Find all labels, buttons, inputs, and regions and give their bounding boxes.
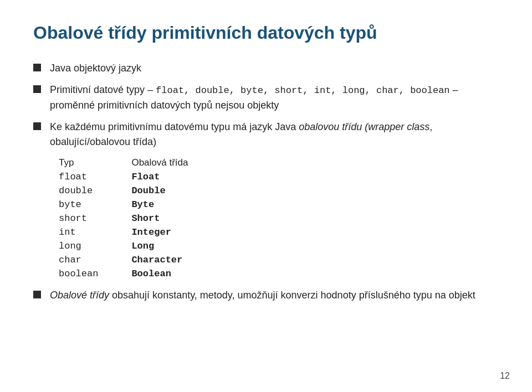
table-row: shortShort [59, 212, 221, 226]
table-cell-type: long [59, 240, 131, 254]
slide-container: Obalové třídy primitivních datových typů… [0, 0, 532, 392]
table-cell-wrapper: Short [131, 212, 221, 226]
table-cell-type: char [59, 254, 131, 267]
table-row: intInteger [59, 226, 221, 240]
table-cell-wrapper: Float [131, 171, 221, 184]
wrapper-table-container: Typ Obalová třída floatFloatdoubleDouble… [59, 156, 499, 281]
last-bullet-italic: Obalové třídy [50, 290, 109, 301]
table-cell-type: float [59, 171, 131, 184]
bullet-item-1: Java objektový jazyk [33, 61, 499, 76]
last-bullet-list: Obalové třídy obsahují konstanty, metody… [33, 288, 499, 303]
table-header-row: Typ Obalová třída [59, 156, 221, 171]
bullet-3-prefix: Ke každému primitivnímu datovému typu má… [50, 121, 299, 132]
slide-title: Obalové třídy primitivních datových typů [33, 22, 499, 43]
last-bullet-suffix: obsahují konstanty, metody, umožňují kon… [109, 290, 475, 301]
table-cell-wrapper: Long [131, 240, 221, 254]
bullet-3-italic: obalovou třídu (wrapper class [299, 121, 429, 132]
table-row: charCharacter [59, 254, 221, 267]
table-cell-type: double [59, 184, 131, 198]
table-cell-wrapper: Character [131, 254, 221, 267]
table-cell-wrapper: Integer [131, 226, 221, 240]
table-cell-type: short [59, 212, 131, 226]
type-table: Typ Obalová třída floatFloatdoubleDouble… [59, 156, 221, 281]
bullet-item-2: Primitivní datové typy – float, double, … [33, 82, 499, 113]
table-cell-wrapper: Double [131, 184, 221, 198]
bullet-item-3: Ke každému primitivnímu datovému typu má… [33, 120, 499, 149]
bullet-icon-1 [33, 64, 41, 71]
table-cell-wrapper: Boolean [131, 267, 221, 281]
table-cell-type: int [59, 226, 131, 240]
bullet-text-1: Java objektový jazyk [50, 61, 499, 76]
bullet-list: Java objektový jazyk Primitivní datové t… [33, 61, 499, 149]
last-bullet-item: Obalové třídy obsahují konstanty, metody… [33, 288, 499, 303]
bullet-text-3: Ke každému primitivnímu datovému typu má… [50, 120, 499, 149]
table-cell-wrapper: Byte [131, 198, 221, 212]
table-cell-type: boolean [59, 267, 131, 281]
col-header-type: Typ [59, 156, 131, 171]
table-row: longLong [59, 240, 221, 254]
table-row: byteByte [59, 198, 221, 212]
table-row: doubleDouble [59, 184, 221, 198]
bullet-icon-2 [33, 85, 41, 93]
table-row: floatFloat [59, 171, 221, 184]
bullet-2-code: float, double, byte, short, int, long, c… [156, 85, 450, 96]
page-number: 12 [500, 371, 510, 381]
table-body: floatFloatdoubleDoublebyteByteshortShort… [59, 171, 221, 281]
col-header-wrapper: Obalová třída [131, 156, 221, 171]
bullet-1-text: Java objektový jazyk [50, 63, 141, 74]
bullet-icon-3 [33, 122, 41, 130]
bullet-2-prefix: Primitivní datové typy – [50, 84, 156, 95]
last-bullet-icon [33, 291, 41, 298]
table-cell-type: byte [59, 198, 131, 212]
bullet-text-2: Primitivní datové typy – float, double, … [50, 82, 499, 113]
last-bullet-text: Obalové třídy obsahují konstanty, metody… [50, 288, 499, 303]
table-row: booleanBoolean [59, 267, 221, 281]
